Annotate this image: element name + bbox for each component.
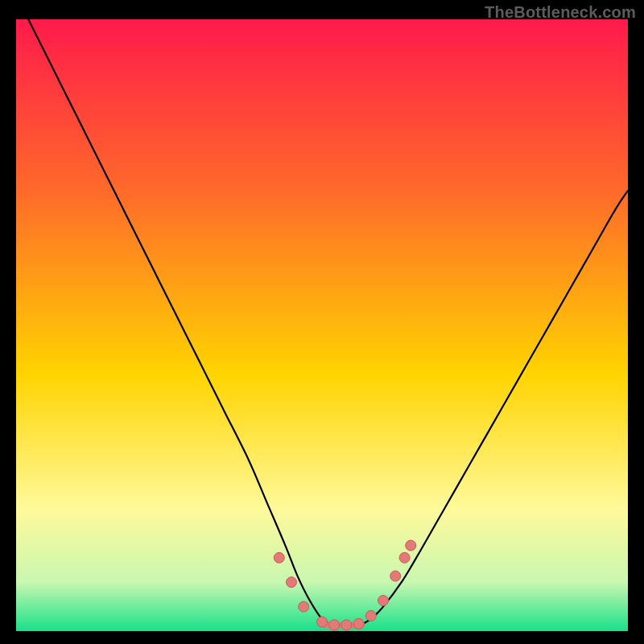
data-marker	[274, 552, 284, 563]
data-marker	[341, 620, 352, 630]
data-marker	[399, 552, 410, 563]
data-marker	[406, 540, 416, 551]
data-marker	[365, 611, 376, 621]
chart-svg	[16, 19, 628, 631]
data-marker	[353, 618, 364, 629]
chart-frame: TheBottleneck.com	[0, 0, 644, 644]
plot-area	[16, 19, 628, 631]
data-marker	[390, 571, 401, 581]
data-marker	[329, 620, 340, 630]
gradient-background	[16, 19, 628, 631]
data-marker	[299, 601, 309, 612]
data-marker	[287, 577, 297, 588]
watermark-text: TheBottleneck.com	[485, 3, 636, 22]
data-marker	[378, 596, 389, 606]
data-marker	[317, 617, 328, 627]
